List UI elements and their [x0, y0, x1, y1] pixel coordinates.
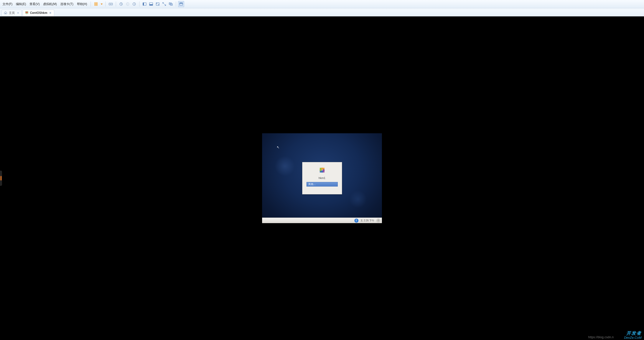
menu-view[interactable]: 查看(V)	[28, 1, 41, 7]
thumbnail-bar-icon	[179, 2, 183, 6]
menu-file[interactable]: 文件(F)	[1, 1, 14, 7]
vm-console-area[interactable]: ↖	[0, 16, 644, 340]
tab-vm-label: CentOShkm	[30, 11, 47, 15]
svg-rect-16	[26, 12, 28, 13]
snapshot-icon	[119, 2, 123, 6]
toolbar-separator	[91, 2, 91, 7]
login-other-user-row[interactable]: 其他…	[306, 182, 338, 187]
home-icon	[4, 11, 7, 15]
tab-vm-close[interactable]: ✕	[49, 11, 52, 14]
pause-icon	[95, 2, 97, 6]
login-hostname: hkm1	[319, 176, 325, 179]
menu-tabs[interactable]: 选项卡(T)	[59, 1, 75, 7]
svg-rect-17	[26, 14, 27, 14]
menu-vm[interactable]: 虚拟机(M)	[42, 1, 58, 7]
show-console-button[interactable]	[148, 1, 154, 7]
watermark-logo: 开发者 DevZe.CoM	[624, 331, 641, 339]
svg-point-26	[356, 219, 357, 220]
snapshot-revert-icon	[126, 2, 130, 6]
pause-vm-button[interactable]	[93, 1, 99, 7]
snapshot-revert-button[interactable]	[125, 1, 131, 7]
menu-help[interactable]: 帮助(H)	[75, 1, 89, 7]
watermark-url: https://blog.csdn.n	[588, 335, 614, 339]
power-icon[interactable]	[376, 219, 380, 223]
accessibility-icon[interactable]	[354, 219, 358, 223]
snapshot-manage-button[interactable]	[131, 1, 137, 7]
svg-rect-14	[5, 13, 6, 14]
toolbar-separator	[105, 2, 106, 7]
app-toolbar: 文件(F) 编辑(E) 查看(V) 虚拟机(M) 选项卡(T) 帮助(H)	[0, 0, 644, 8]
keyboard-send-icon	[109, 2, 113, 6]
tab-vm-centoshkm[interactable]: CentOShkm ✕	[23, 10, 54, 16]
sidebar-expand-handle[interactable]	[0, 171, 2, 186]
toolbar-separator	[139, 2, 139, 7]
tab-home-close[interactable]: ✕	[16, 11, 19, 14]
tab-home[interactable]: 主页 ✕	[2, 10, 22, 16]
toolbar-separator	[176, 2, 176, 7]
fullscreen-icon	[162, 2, 166, 6]
gdm-login-card: hkm1 其他…	[302, 162, 342, 194]
svg-rect-5	[143, 3, 144, 6]
watermark-line1: 开发者	[624, 331, 641, 336]
send-ctrl-alt-del-button[interactable]	[108, 1, 114, 7]
guest-display[interactable]: ↖	[262, 133, 382, 223]
stretch-guest-button[interactable]	[155, 1, 161, 7]
tab-strip: 主页 ✕ CentOShkm ✕	[0, 8, 644, 16]
menu-edit[interactable]: 编辑(E)	[14, 1, 27, 7]
gdm-clock: 五 2:26 下午	[360, 219, 374, 222]
toolbar-separator	[116, 2, 116, 7]
quick-switch-button[interactable]	[178, 1, 184, 7]
snapshot-manage-icon	[132, 2, 136, 6]
show-sidebar-button[interactable]	[142, 1, 148, 7]
stretch-icon	[156, 2, 160, 6]
tab-home-label: 主页	[9, 11, 15, 15]
unity-mode-button[interactable]	[168, 1, 174, 7]
svg-rect-0	[109, 3, 113, 5]
svg-rect-13	[180, 3, 183, 4]
chevron-down-icon	[101, 4, 103, 5]
power-menu-dropdown[interactable]	[99, 1, 103, 7]
unity-icon	[169, 2, 173, 6]
snapshot-take-button[interactable]	[118, 1, 124, 7]
centos-logo-icon	[318, 166, 326, 174]
svg-rect-7	[150, 4, 153, 6]
vm-icon	[25, 11, 29, 15]
cursor-icon: ↖	[277, 145, 279, 149]
watermark-line2: DevZe.CoM	[624, 336, 641, 339]
gdm-bottom-panel: 五 2:26 下午	[262, 218, 382, 223]
console-view-icon	[149, 2, 153, 6]
fullscreen-button[interactable]	[161, 1, 167, 7]
sidebar-icon	[143, 2, 147, 6]
